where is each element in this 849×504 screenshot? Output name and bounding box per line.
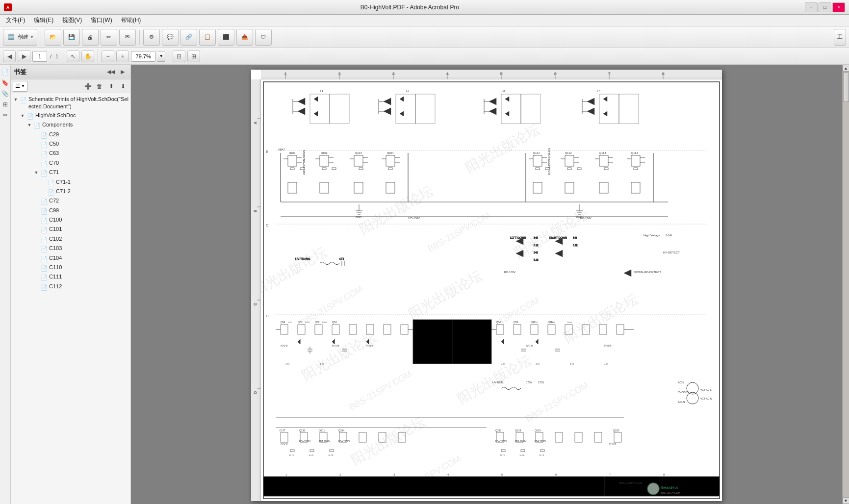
email-button[interactable]: ✉ xyxy=(119,29,136,46)
print-button[interactable]: 🖨 xyxy=(82,29,99,46)
list-item[interactable]: 📄 C102 xyxy=(11,235,130,244)
svg-text:HV-DETECT: HV-DETECT xyxy=(663,251,680,254)
list-item[interactable]: 📄 C111 xyxy=(11,273,130,282)
list-item[interactable]: 📄 C101 xyxy=(11,225,130,234)
svg-text:7: 7 xyxy=(608,72,611,76)
close-button[interactable]: × xyxy=(832,2,845,12)
side-bookmark-icon[interactable]: 🔖 xyxy=(1,78,10,87)
list-item[interactable]: 📄 C112 xyxy=(11,282,130,292)
link-button[interactable]: 🔗 xyxy=(180,29,197,46)
edit-button[interactable]: ✏ xyxy=(101,29,117,46)
menu-view[interactable]: 视图(V) xyxy=(58,15,86,25)
svg-text:B46: B46 xyxy=(573,236,577,239)
minimize-button[interactable]: − xyxy=(805,2,818,12)
tree-label-c111: C111 xyxy=(48,273,129,280)
comment-button[interactable]: 💬 xyxy=(162,29,179,46)
select-tool-button[interactable]: ↖ xyxy=(67,50,79,62)
settings-button[interactable]: ⚙ xyxy=(143,29,160,46)
fit-page-button[interactable]: ⊡ xyxy=(173,50,185,62)
list-item[interactable]: 📄 C103 xyxy=(11,244,130,253)
tree-icon-components: 📄 xyxy=(33,121,41,129)
panel-delete-btn[interactable]: 🗑 xyxy=(94,81,105,92)
list-item[interactable]: 📄 C104 xyxy=(11,254,130,263)
next-page-button[interactable]: ▶ xyxy=(18,50,30,62)
hand-tool-button[interactable]: ✋ xyxy=(81,50,94,62)
panel-nav-back[interactable]: ◀◀ xyxy=(106,67,116,77)
redact-button[interactable]: ⬛ xyxy=(218,29,234,46)
zoom-in-button[interactable]: + xyxy=(116,50,129,62)
tools-button[interactable]: 工 xyxy=(834,29,846,46)
tree-icon-c112: 📄 xyxy=(40,283,48,291)
tree-noexpand xyxy=(32,150,40,151)
vertical-scrollbar[interactable]: ▲ ▼ xyxy=(842,65,849,504)
svg-rect-28 xyxy=(263,82,720,499)
list-item[interactable]: 📄 C29 xyxy=(11,130,130,140)
nav-sep-3 xyxy=(169,49,169,64)
svg-text:LEFT-DOWN-DRAIN: LEFT-DOWN-DRAIN xyxy=(303,150,306,175)
menu-file[interactable]: 文件(F) xyxy=(2,15,29,25)
zoom-dropdown-button[interactable]: ▼ xyxy=(157,51,165,62)
tree-item-highvolt[interactable]: ▼ 📄 HighVolt.SchDoc xyxy=(11,111,130,121)
scroll-down-arrow[interactable]: ▼ xyxy=(843,497,849,504)
svg-rect-254 xyxy=(577,168,581,170)
protect-button[interactable]: 🛡 xyxy=(255,29,272,46)
panel-down-btn[interactable]: ⬇ xyxy=(118,81,129,92)
menu-edit[interactable]: 编辑(E) xyxy=(30,15,57,25)
export-button[interactable]: 📤 xyxy=(236,29,253,46)
panel-dropdown[interactable]: ☰ ▼ xyxy=(13,81,27,92)
prev-page-button[interactable]: ◀ xyxy=(3,50,16,62)
tree-expand-highvolt[interactable]: ▼ xyxy=(19,112,26,119)
svg-text:Q104: Q104 xyxy=(387,151,393,154)
zoom-out-button[interactable]: − xyxy=(102,50,114,62)
menu-help[interactable]: 帮助(H) xyxy=(117,15,145,25)
tree-noexpand xyxy=(32,254,40,255)
maximize-button[interactable]: □ xyxy=(819,2,831,12)
side-comment-icon[interactable]: ✏ xyxy=(1,111,10,120)
svg-text:R212: R212 xyxy=(550,321,555,324)
tree-expand-c71[interactable]: ▼ xyxy=(32,169,40,176)
list-item[interactable]: 📄 C110 xyxy=(11,263,130,273)
tree-item-components[interactable]: ▼ 📄 Components xyxy=(11,121,130,130)
list-item[interactable]: 📄 C71-1 xyxy=(11,178,130,187)
fit-width-button[interactable]: ⊞ xyxy=(187,50,200,62)
list-item[interactable]: 📄 C70 xyxy=(11,159,130,168)
title-bar: A B0-HighVolt.PDF - Adobe Acrobat Pro − … xyxy=(0,0,849,15)
svg-text:BBS-21SPV.COM: BBS-21SPV.COM xyxy=(619,481,643,484)
svg-text:FDA:2000V: FDA:2000V xyxy=(535,440,546,443)
scroll-thumb[interactable] xyxy=(843,73,849,102)
tree-root[interactable]: ▼ 📄 Schematic Prints of HighVolt.SchDoc(… xyxy=(11,95,130,111)
menu-window[interactable]: 窗口(W) xyxy=(87,15,116,25)
panel-tree[interactable]: ▼ 📄 Schematic Prints of HighVolt.SchDoc(… xyxy=(11,93,130,504)
list-item[interactable]: 📄 C99 xyxy=(11,206,130,216)
list-item[interactable]: 📄 C72 xyxy=(11,197,130,206)
svg-text:Z-146: Z-146 xyxy=(666,234,672,237)
panel-nav-fwd[interactable]: ▶ xyxy=(118,67,128,77)
pdf-view-area[interactable]: 1 2 3 4 5 6 7 8 A xyxy=(131,65,842,504)
list-item[interactable]: 📄 C63 xyxy=(11,149,130,158)
svg-text:16.7K: 16.7K xyxy=(328,454,334,456)
tree-expand-root[interactable]: ▼ xyxy=(12,96,20,103)
stamp-button[interactable]: 📋 xyxy=(199,29,216,46)
svg-rect-250 xyxy=(388,168,392,170)
open-button[interactable]: 📂 xyxy=(45,29,61,46)
svg-text:Q210: Q210 xyxy=(299,429,305,432)
side-attach-icon[interactable]: 📎 xyxy=(1,89,10,98)
export-icon: 📤 xyxy=(240,32,250,42)
panel-up-btn[interactable]: ⬆ xyxy=(106,81,117,92)
side-layers-icon[interactable]: ⊞ xyxy=(1,100,10,109)
page-number-input[interactable] xyxy=(32,51,47,62)
create-button[interactable]: 🆕 创建 ▼ xyxy=(3,29,37,46)
tree-expand-components[interactable]: ▼ xyxy=(26,121,33,128)
scroll-track[interactable] xyxy=(843,72,849,497)
side-page-icon[interactable]: 📄 xyxy=(1,68,10,76)
svg-text:T2: T2 xyxy=(406,89,410,92)
zoom-input[interactable] xyxy=(131,51,155,62)
save-button[interactable]: 💾 xyxy=(63,29,80,46)
scroll-up-arrow[interactable]: ▲ xyxy=(843,65,849,72)
list-item[interactable]: 📄 C50 xyxy=(11,140,130,149)
list-item[interactable]: 📄 C71-2 xyxy=(11,187,130,197)
tree-label-c103: C103 xyxy=(48,245,129,252)
panel-new-btn[interactable]: ➕ xyxy=(82,81,93,92)
list-item[interactable]: ▼ 📄 C71 xyxy=(11,168,130,177)
list-item[interactable]: 📄 C100 xyxy=(11,216,130,225)
